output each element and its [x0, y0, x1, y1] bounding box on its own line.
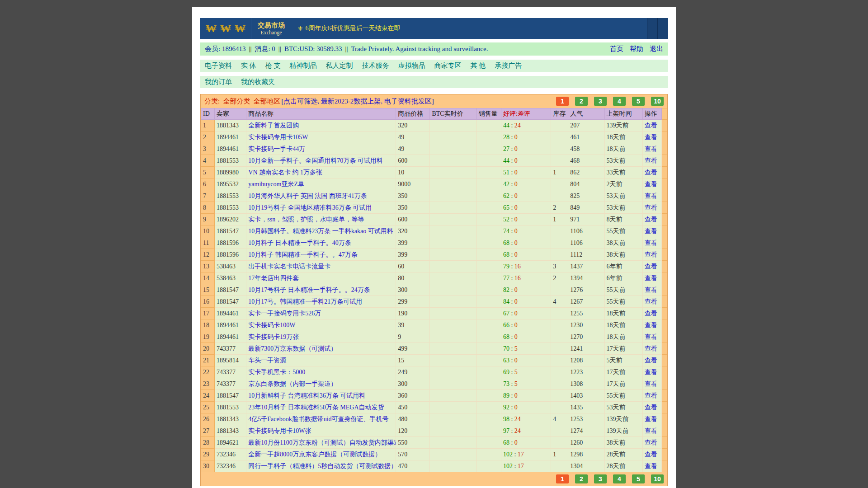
product-name-cell: 车头一手资源: [246, 355, 396, 366]
product-link[interactable]: 10月17号料子 日本精准一手料子。。24万条: [248, 286, 370, 293]
view-link[interactable]: 查看: [645, 251, 657, 258]
seller-id: 1881596: [215, 249, 246, 261]
status-link-帮助[interactable]: 帮助: [630, 45, 643, 53]
product-link[interactable]: 实卡手机黑卡：5000: [248, 369, 305, 375]
product-link[interactable]: 全新料子首发团购: [248, 122, 299, 129]
product-link[interactable]: 4亿5千Facebook脸书数据带uid可查身份证、手机号: [248, 416, 388, 422]
product-link[interactable]: 实卡，ssn，驾照，护照，水电账单，等等: [248, 216, 364, 223]
product-link[interactable]: 10月新鲜料子 台湾精准料36万条 可试用料: [248, 392, 365, 399]
view-link[interactable]: 查看: [645, 228, 657, 235]
view-link[interactable]: 查看: [645, 157, 657, 164]
product-link[interactable]: 10月海外华人料子 英国 法国 西班牙41万条: [248, 192, 367, 199]
page-button-3[interactable]: 3: [594, 474, 607, 483]
product-link[interactable]: 实卡一手接码专用卡526万: [248, 310, 321, 317]
nav-category-5[interactable]: 私人定制: [326, 62, 353, 69]
product-link[interactable]: 最新7300万京东数据（可测试）: [248, 345, 337, 352]
nav-category-6[interactable]: 技术服务: [362, 62, 389, 69]
page-button-3[interactable]: 3: [594, 97, 607, 106]
nav-category-9[interactable]: 其 他: [471, 62, 486, 69]
view-link[interactable]: 查看: [645, 122, 657, 129]
action-cell: 查看: [642, 225, 661, 237]
view-link[interactable]: 查看: [645, 357, 657, 364]
header-button-2[interactable]: [657, 18, 668, 39]
view-link[interactable]: 查看: [645, 427, 657, 434]
view-link[interactable]: 查看: [645, 216, 657, 223]
view-link[interactable]: 查看: [645, 333, 657, 340]
product-link[interactable]: 10月17号。韩国精准一手料21万条可试用: [248, 298, 362, 305]
user-nav-link-2[interactable]: 我的收藏夹: [241, 78, 275, 85]
view-link[interactable]: 查看: [645, 416, 657, 422]
page-button-4[interactable]: 4: [613, 474, 626, 483]
nav-category-8[interactable]: 商家专区: [434, 62, 462, 69]
page-button-2[interactable]: 2: [575, 474, 588, 483]
nav-category-10[interactable]: 承接广告: [495, 62, 522, 69]
view-link[interactable]: 查看: [645, 192, 657, 199]
product-link[interactable]: yamibuycom亚米Z单: [248, 181, 304, 188]
view-link[interactable]: 查看: [645, 392, 657, 399]
nav-category-3[interactable]: 枪 支: [265, 62, 281, 69]
page-button-10[interactable]: 10: [651, 97, 664, 106]
nav-category-4[interactable]: 精神制品: [290, 62, 317, 69]
page-button-1[interactable]: 1: [556, 474, 569, 483]
product-link[interactable]: 出手机卡实名卡电话卡流量卡: [248, 263, 330, 270]
view-link[interactable]: 查看: [645, 310, 657, 317]
product-link[interactable]: 17年老店出四件套: [248, 275, 299, 282]
bad-reviews: 5: [514, 369, 518, 375]
product-link[interactable]: VN 越南实名卡 约 1万多张: [248, 169, 322, 176]
product-link[interactable]: 10月韩国料子。精准料23万条 一手料kakao 可试用料: [248, 228, 393, 235]
view-link[interactable]: 查看: [645, 169, 657, 176]
product-link[interactable]: 10月19号料子 全国地区精准料36万条 可试用: [248, 204, 372, 211]
page-button-1[interactable]: 1: [556, 97, 569, 106]
page-button-5[interactable]: 5: [632, 97, 645, 106]
view-link[interactable]: 查看: [645, 298, 657, 305]
page-button-10[interactable]: 10: [651, 474, 664, 483]
filter-all-categories[interactable]: 全部分类: [223, 97, 250, 106]
product-link[interactable]: 实卡接码一手卡44万: [248, 145, 305, 152]
view-link[interactable]: 查看: [645, 369, 657, 375]
product-link[interactable]: 实卡接码专用卡10W张: [248, 427, 311, 434]
product-link[interactable]: 车头一手资源: [248, 357, 286, 364]
page-button-5[interactable]: 5: [632, 474, 645, 483]
view-link[interactable]: 查看: [645, 145, 657, 152]
view-link[interactable]: 查看: [645, 322, 657, 328]
user-nav-link-1[interactable]: 我的订单: [205, 78, 232, 85]
nav-category-1[interactable]: 电子资料: [205, 62, 232, 69]
view-link[interactable]: 查看: [645, 439, 657, 446]
reviews-cell: 68 : 0: [501, 249, 551, 261]
product-link[interactable]: 10月料子 日本精准一手料子。40万条: [248, 239, 351, 246]
status-link-退出[interactable]: 退出: [650, 45, 663, 53]
page-button-2[interactable]: 2: [575, 97, 588, 106]
nav-category-2[interactable]: 实 体: [241, 62, 256, 69]
nav-category-7[interactable]: 虚拟物品: [398, 62, 425, 69]
product-link[interactable]: 同行一手料子（精准料）5秒自动发货（可测试数据）: [248, 463, 396, 469]
view-link[interactable]: 查看: [645, 239, 657, 246]
product-link[interactable]: 最新10月份1100万京东粉（可测试）自动发货内部渠道: [248, 439, 396, 446]
view-link[interactable]: 查看: [645, 345, 657, 352]
seller-id: 1889980: [215, 167, 246, 178]
view-link[interactable]: 查看: [645, 263, 657, 270]
product-link[interactable]: 实卡接码专用卡105W: [248, 134, 308, 141]
page-button-4[interactable]: 4: [613, 97, 626, 106]
view-link[interactable]: 查看: [645, 380, 657, 387]
view-link[interactable]: 查看: [645, 463, 657, 469]
status-link-首页[interactable]: 首页: [610, 45, 623, 53]
product-link[interactable]: 23年10月料子 日本精准料50万条 MEGA自动发货: [248, 404, 384, 411]
product-link[interactable]: 实卡接码卡100W: [248, 322, 295, 328]
filter-all-regions[interactable]: 全部地区: [253, 97, 280, 106]
view-link[interactable]: 查看: [645, 134, 657, 141]
product-link[interactable]: 全新一手超8000万京东客户数据（可测试数据）: [248, 451, 381, 458]
product-link[interactable]: 实卡接码卡19万张: [248, 333, 299, 340]
action-cell: 查看: [642, 143, 661, 155]
product-link[interactable]: 京东白条数据（内部一手渠道）: [248, 380, 337, 387]
header-button-1[interactable]: [647, 18, 657, 39]
view-link[interactable]: 查看: [645, 404, 657, 411]
view-link[interactable]: 查看: [645, 181, 657, 188]
btc-price: [430, 261, 476, 272]
product-link[interactable]: 10月全新一手料子。全国通用料70万条 可试用料: [248, 157, 383, 164]
view-link[interactable]: 查看: [645, 451, 657, 458]
view-link[interactable]: 查看: [645, 275, 657, 282]
column-header-BTC实时价: BTC实时价: [430, 108, 476, 120]
view-link[interactable]: 查看: [645, 204, 657, 211]
view-link[interactable]: 查看: [645, 286, 657, 293]
product-link[interactable]: 10月料子 韩国精准一手料子。。47万条: [248, 251, 358, 258]
